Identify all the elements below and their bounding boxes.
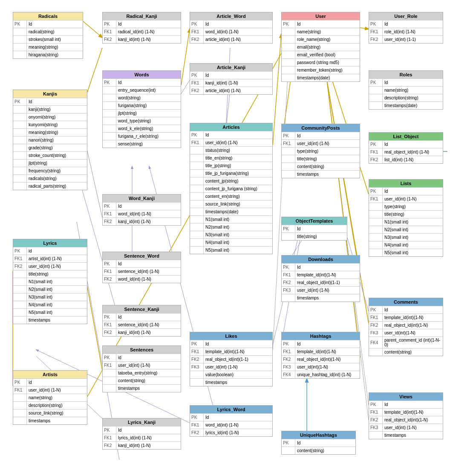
pk-label: FK1 [190,139,204,146]
table-row: N4(small int) [190,238,272,246]
field-label: template_id(int)(1-N) [204,348,272,355]
table-row: FK2list_id(int) (1-N) [369,156,443,163]
table-row: timestamps(date) [282,74,360,81]
field-label: user_id(int) (1-N) [295,287,360,294]
field-label: remember_token(string) [295,67,360,74]
field-label: N5(small int) [27,309,87,316]
field-label: Id [116,260,181,267]
table-header-views: Views [369,393,443,401]
field-label: description(string) [27,402,87,409]
pk-label [369,249,383,256]
table-row: jlpt(string) [103,109,181,117]
field-label: timestamps [295,294,360,302]
pk-label [13,409,27,417]
field-label: title_jp_furigana(string) [204,170,272,177]
field-label: Id [204,131,272,139]
table-object_templates: ObjectTemplatesPKIdtitle(string) [281,217,347,241]
table-row: kanji(string) [13,105,87,113]
pk-label [282,28,295,35]
field-label: source_link(string) [27,409,87,417]
table-row: FK1template_id(int)(1-N) [282,271,360,279]
table-header-user_role: User_Role [369,12,443,20]
pk-label: PK [103,313,116,321]
pk-label: FK2 [103,442,116,449]
pk-label [13,129,27,136]
field-label: kanji(string) [27,106,87,113]
svg-line-3 [181,29,190,85]
pk-label: FK2 [369,156,383,163]
pk-label: FK1 [282,348,295,355]
field-label: word_k_ele(string) [116,125,181,132]
table-row: N1(small int) [190,215,272,223]
table-row: FK2user_id(int) (1-1) [369,35,443,43]
field-label: user_id(int) (1-N) [27,263,87,270]
table-radical_kanji: Radical_KanjiPKIdFK1radical_id(int) (1-N… [102,12,181,44]
pk-label [13,417,27,424]
table-row: FK1user_id(int) (1-N) [13,386,87,394]
table-row: N1(small int) [369,218,443,226]
field-label: content_en(string) [204,193,272,200]
pk-label: FK1 [369,148,383,156]
table-row: FK3user_id(int)(1-N) [282,363,360,371]
table-header-hashtags: Hashtags [282,332,360,340]
field-label: Id [383,20,443,28]
pk-label [369,102,383,109]
pk-label: FK4 [369,337,383,348]
field-label: kunyomi(string) [27,121,87,128]
table-row: nanori(string) [13,136,87,144]
table-row: PKId [282,340,360,348]
table-list_object: List_ObjectPKIdFK1real_object_id(int) (1… [369,132,443,164]
table-header-roles: Roles [369,71,443,78]
pk-label [103,140,116,148]
field-label: template_id(int)(1-N) [295,348,360,355]
table-row: FK1sentence_id(int) (1-N) [103,267,181,275]
table-row: timestamps [282,294,360,302]
table-header-article_word: Article_Word [190,12,272,20]
pk-label [369,241,383,249]
pk-label: PK [282,264,295,271]
pk-label: PK [103,260,116,267]
pk-label: FK1 [103,362,116,369]
field-label: Id [383,188,443,195]
field-label: N3(small int) [204,231,272,238]
pk-label: PK [13,379,27,386]
table-row: FK4parent_comment_id (int)(1-N-0) [369,337,443,348]
pk-label: FK2 [103,329,116,336]
pk-label [13,175,27,182]
field-label: Id [27,98,87,105]
table-row: source_link(string) [190,200,272,208]
field-label: template_id(int)(1-N) [383,314,443,321]
pk-label [103,385,116,392]
pk-label: FK1 [282,271,295,279]
table-row: FK1radical_id(int) (1-N) [103,28,181,35]
pk-label: FK2 [282,356,295,363]
pk-label: FK1 [103,321,116,328]
pk-label: PK [369,401,383,408]
field-label: N1(small int) [27,278,87,285]
field-label: N4(small int) [27,301,87,308]
field-label: Id [116,313,181,321]
pk-label: FK3 [282,363,295,371]
field-label: email_verified (bool) [295,51,360,58]
field-label: N2(small int) [27,286,87,293]
field-label: timestamps [204,379,272,386]
field-label: password (string md5) [295,59,360,66]
table-row: FK2real_object_id(int)(1-1) [190,355,272,363]
table-row: FK1template_id(int)(1-N) [190,348,272,355]
svg-line-24 [322,38,360,357]
table-row: frequency(string) [13,167,87,174]
field-label: title(string) [295,233,347,240]
table-row: PKId [369,20,443,28]
table-row: FK1sentence_id(int) (1-N) [103,321,181,328]
svg-line-11 [85,275,102,370]
table-row: FK1word_id(int) (1-N) [103,210,181,218]
pk-label [13,121,27,128]
field-label: real_object_id(int)(1-N) [383,322,443,329]
table-row: radical_parts(string) [13,182,87,190]
table-row: status(string) [190,146,272,154]
field-label: N2(small int) [204,223,272,231]
table-row: FK2kanji_id(int) (1-N) [103,218,181,225]
table-row: content(string) [103,377,181,384]
table-row: radical(string) [13,28,83,35]
table-row: name(string) [369,86,443,94]
